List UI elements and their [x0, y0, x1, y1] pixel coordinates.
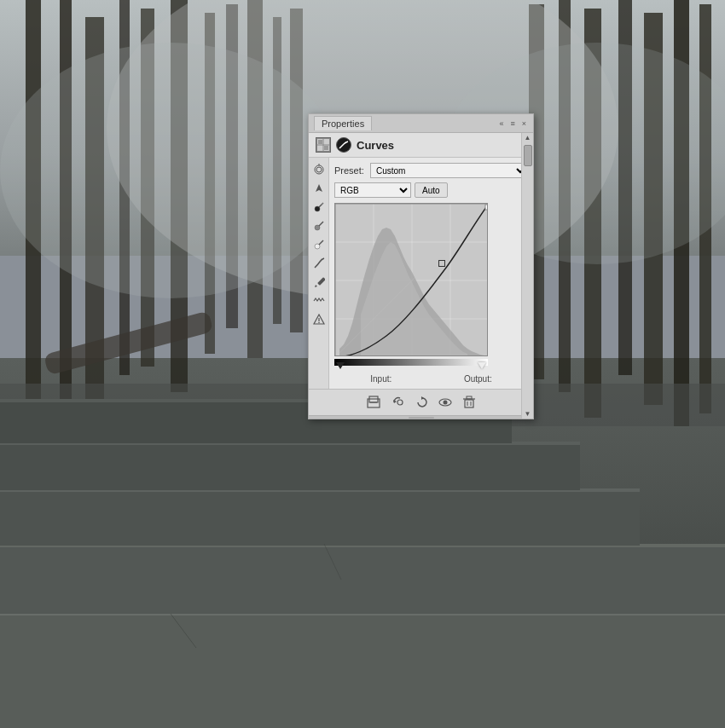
input-gradient-bar — [334, 359, 488, 366]
io-row: Input: Output: — [334, 374, 528, 384]
gray-eyedropper-button[interactable] — [310, 217, 328, 234]
visibility-toggle-button[interactable] — [437, 394, 454, 411]
panel-resize-handle[interactable] — [309, 415, 533, 419]
panel-scrollbar[interactable]: ▲ ▼ — [521, 133, 533, 419]
panel-curves-title: Curves — [357, 139, 394, 152]
clipping-warning-button[interactable] — [310, 311, 328, 328]
svg-rect-26 — [0, 490, 640, 546]
clip-to-layer-button[interactable] — [365, 394, 382, 411]
finger-tool-button[interactable] — [310, 161, 328, 178]
svg-rect-68 — [485, 205, 488, 210]
svg-point-45 — [316, 167, 322, 172]
white-input-handle[interactable] — [478, 362, 486, 369]
adjustment-layer-grid-icon — [316, 137, 331, 153]
panel-title-controls: « ≡ × — [497, 118, 528, 129]
svg-rect-24 — [0, 546, 725, 614]
tool-sidebar — [309, 158, 329, 389]
svg-marker-75 — [421, 396, 424, 400]
svg-rect-80 — [467, 396, 472, 399]
curves-graph[interactable] — [334, 203, 488, 356]
svg-rect-78 — [465, 400, 473, 407]
output-label: Output: — [464, 374, 492, 384]
panel-footer — [309, 389, 533, 415]
close-panel-button[interactable]: × — [520, 118, 528, 129]
smooth-tool-button[interactable] — [310, 292, 328, 309]
scroll-down-arrow[interactable]: ▼ — [525, 410, 531, 418]
preset-row: Preset: Custom Default Strong Contrast L… — [334, 163, 528, 178]
auto-button[interactable]: Auto — [415, 182, 448, 198]
panel-titlebar: Properties « ≡ × — [309, 114, 533, 133]
curves-graph-svg — [335, 204, 488, 356]
svg-rect-28 — [0, 443, 580, 490]
collapse-panel-button[interactable]: « — [497, 118, 505, 129]
svg-point-77 — [443, 401, 447, 405]
channel-row: RGB Red Green Blue Auto — [334, 182, 528, 198]
panel-body: Preset: Custom Default Strong Contrast L… — [309, 158, 533, 389]
white-eyedropper-button[interactable] — [310, 236, 328, 253]
properties-tab[interactable]: Properties — [314, 116, 372, 130]
scroll-thumb[interactable] — [524, 145, 532, 166]
svg-point-36 — [0, 43, 341, 298]
svg-rect-42 — [324, 146, 328, 150]
delete-button[interactable] — [461, 394, 478, 411]
svg-rect-41 — [318, 140, 322, 144]
curves-adjustment-icon — [336, 137, 351, 153]
svg-line-53 — [319, 240, 323, 245]
scroll-up-arrow[interactable]: ▲ — [525, 134, 531, 142]
panel-menu-button[interactable]: ≡ — [508, 118, 516, 129]
panel-header: Curves ▲ ▼ — [309, 133, 533, 158]
curve-tool-button[interactable] — [310, 255, 328, 272]
channel-select[interactable]: RGB Red Green Blue — [334, 182, 411, 198]
svg-point-58 — [318, 322, 320, 324]
preset-label: Preset: — [334, 165, 367, 176]
reset-button[interactable] — [413, 394, 430, 411]
black-eyedropper-button[interactable] — [310, 199, 328, 216]
preset-select[interactable]: Custom Default Strong Contrast Linear Co… — [370, 163, 528, 178]
svg-rect-22 — [0, 614, 725, 728]
svg-line-49 — [322, 203, 323, 205]
main-content: Preset: Custom Default Strong Contrast L… — [329, 158, 533, 389]
point-sample-button[interactable] — [310, 180, 328, 197]
black-input-handle[interactable] — [336, 362, 345, 369]
svg-line-51 — [319, 222, 323, 226]
input-label: Input: — [370, 374, 392, 384]
previous-state-button[interactable] — [389, 394, 406, 411]
svg-marker-55 — [315, 285, 317, 287]
svg-rect-54 — [317, 277, 325, 286]
pencil-tool-button[interactable] — [310, 274, 328, 291]
panel-title-left: Properties — [314, 116, 372, 130]
properties-panel: Properties « ≡ × Curves — [308, 113, 534, 419]
svg-point-74 — [397, 400, 403, 405]
